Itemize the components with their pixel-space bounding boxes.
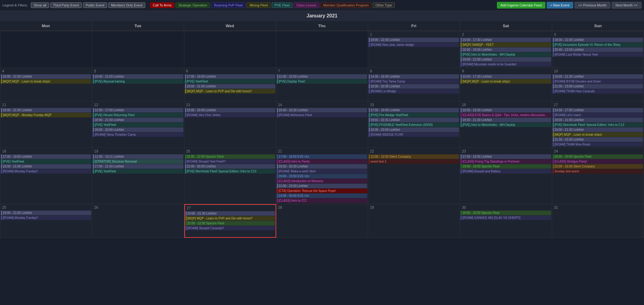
calendar-event[interactable]: 18:00 - 20:00 LinkNet — [93, 127, 183, 132]
calendar-event[interactable]: 19:00 - 21:00 LinkNet — [1, 74, 91, 79]
calendar-event[interactable]: 20:00 - 20:00 Spectre Fleet — [553, 154, 643, 159]
calendar-event[interactable]: [CLASS] Introduction to Missions — [277, 179, 367, 183]
calendar-event[interactable]: [MQP] MQP - Learn to PVP and Die with ho… — [186, 216, 275, 221]
calendar-event[interactable]: [CLASS] Fixing Trig Standings in Pochven — [461, 159, 551, 164]
calendar-event[interactable]: [ROAM] La Wedge — [369, 89, 459, 94]
calendar-event[interactable]: [ROAM] New year, same wedge — [369, 42, 459, 47]
calendar-event[interactable]: 17:00 - 19:00 LinkNet — [1, 154, 91, 159]
calendar-event[interactable]: Sunday test event — [553, 169, 643, 174]
filter-strategic[interactable]: Strategic Operation — [175, 2, 210, 8]
day-cell-18[interactable]: 1817:00 - 19:00 LinkNet[PVE] YeetFleet19… — [0, 148, 92, 204]
calendar-event[interactable]: [ROAM] Mountain needs to be Guarded — [461, 62, 551, 67]
calendar-event[interactable]: [PVE] YeetFleet — [1, 159, 91, 164]
calendar-event[interactable]: [PVE] Wormhole Fleet! Special Edition: I… — [553, 123, 643, 127]
calendar-event[interactable]: 22:00 - 16:00 Silent Company — [553, 164, 643, 169]
calendar-event[interactable]: [PVE] Pre-Wedge YeetFleet — [369, 113, 459, 117]
filter-show-all[interactable]: Show all — [31, 2, 49, 8]
filter-members-only[interactable]: Members Only Event — [108, 2, 145, 8]
calendar-event[interactable]: [MQP] MQP - Learn to PVP and Die with ho… — [185, 89, 275, 94]
calendar-event[interactable]: 15:00 - 17:30 LinkNet — [461, 74, 551, 79]
day-cell-11[interactable]: 1119:00 - 21:00 LinkNet[MQP] MQP - Monda… — [0, 101, 92, 148]
day-cell-10[interactable]: 1019:00 - 21:30 LinkNet[ROAM] BYOB Dessi… — [552, 68, 644, 101]
calendar-event[interactable]: 20:00 - 20:00 Spectre Fleet — [461, 211, 551, 215]
filter-class[interactable]: Class Lesson — [294, 2, 319, 8]
day-cell-31[interactable]: 31 — [552, 204, 644, 238]
calendar-event[interactable]: 19:00 - 21:00 LinkNet — [1, 108, 91, 112]
calendar-event[interactable]: [CTA] Operation: Rescue the Space Pope! — [277, 189, 367, 193]
day-cell-6[interactable]: 617:00 - 19:00 LinkNet[PVE] YeetFleet19:… — [184, 68, 276, 101]
calendar-event[interactable]: [ROAM] Very Fine Vettes — [185, 113, 275, 117]
day-cell-9[interactable]: 915:00 - 17:30 LinkNet[MQP] MQP - Learn … — [460, 68, 552, 101]
day-cell-28[interactable]: 28 — [276, 204, 368, 238]
filter-other[interactable]: Other Type — [373, 2, 395, 8]
day-cell-3[interactable]: 318:00 - 21:00 LinkNet[PVE] Incursions E… — [552, 31, 644, 68]
calendar-event[interactable]: [ROAM] Stoopid Yeet Fleet!!! — [185, 159, 275, 164]
calendar-event[interactable]: 21:00 - 23:00 LinkNet — [277, 74, 367, 79]
calendar-event[interactable]: 19:00 - 19:00 LinkNet — [185, 108, 275, 112]
filter-mqp[interactable]: Member Qualification Program — [320, 2, 371, 8]
calendar-event[interactable]: 19:00 - 19:00 Spectre Fleet — [461, 164, 551, 169]
day-cell-empty[interactable] — [0, 31, 92, 68]
calendar-event[interactable]: [PVE] Daytrip Time! — [277, 79, 367, 84]
calendar-event[interactable]: [ROAM] Monday Funday!! — [1, 169, 91, 174]
day-cell-23[interactable]: 2317:30 - 18:30 LinkNet[CLASS] Fixing Tr… — [460, 148, 552, 204]
ingame-calendar-btn[interactable]: Add Ingame Calendar Feed — [497, 2, 545, 9]
day-cell-19[interactable]: 1911:00 - 13:11 LinkNet[STRATOR] Structu… — [92, 148, 184, 204]
day-cell-16[interactable]: 1610:30 - 19:30 LinkNet[CLASS] EVE Basic… — [460, 101, 552, 148]
calendar-event[interactable]: 17:00 - 19:00 LinkNet — [369, 108, 459, 112]
calendar-event[interactable]: 19:00 - 21:00 LinkNet — [553, 118, 643, 122]
calendar-event[interactable]: [ROAM] WEDGE FLYAT — [369, 132, 459, 137]
calendar-event[interactable]: [ROAM] GANKED 482 [SLAV VS GHERTI] — [461, 215, 551, 220]
day-cell-15[interactable]: 1517:00 - 19:00 LinkNet[PVE] Pre-Wedge Y… — [368, 101, 460, 148]
calendar-event[interactable]: [ROAM] Tiny Tama Camp — [369, 79, 459, 84]
calendar-event[interactable]: 19:30 - 21:30 LinkNet — [553, 127, 643, 132]
calendar-event[interactable]: [MQP] MQP - Learn to break ships! — [461, 79, 551, 84]
calendar-event[interactable]: [ROAM] AdVenture Fleet — [277, 113, 367, 117]
filter-public[interactable]: Public Event — [83, 2, 107, 8]
calendar-event[interactable]: [PVE] Intro to Wormholes - WH Daytrip — [461, 123, 551, 127]
calendar-event[interactable]: [PVE] POSSIBLE YeetFleet Extension (50/5… — [369, 123, 459, 127]
calendar-event[interactable]: 17:00 - 19:00 LinkNet — [185, 74, 275, 79]
day-cell-2[interactable]: 215:00 - 17:30 LinkNet[MQP] SAMQP - YEET… — [460, 31, 552, 68]
calendar-event[interactable]: [MQP] MQP - Monday Funday MQP — [1, 113, 91, 117]
calendar-event[interactable]: [ROAM] TKAM Moa Roam — [553, 142, 643, 147]
calendar-event[interactable]: 19:30 - 21:30 LinkNet — [461, 118, 551, 122]
calendar-event[interactable]: [ROAM] Assault and Battery — [461, 169, 551, 174]
day-cell-5[interactable]: 519:00 - 21:00 LinkNet[PVE] Abyssal trai… — [92, 68, 184, 101]
calendar-event[interactable]: [PVE] Intro to Wormholes - WH Daytrip — [461, 52, 551, 57]
day-cell-24[interactable]: 2420:00 - 20:00 Spectre Fleet[CLASS] Sho… — [552, 148, 644, 204]
day-cell-30[interactable]: 3020:00 - 20:00 Spectre Fleet[ROAM] GANK… — [460, 204, 552, 238]
calendar-event[interactable]: 14:30 - 17:00 LinkNet — [553, 108, 643, 112]
calendar-event[interactable]: 12:00 - 17:00 LinkNet — [93, 108, 183, 112]
filter-call-to-arms[interactable]: Call To Arms — [150, 2, 175, 8]
day-cell-22[interactable]: 2212:00 - 12:00 Silent Companyevent test… — [368, 148, 460, 204]
day-cell-25[interactable]: 2519:00 - 21:00 LinkNet[ROAM] Monday Fun… — [0, 204, 92, 238]
calendar-event[interactable]: event test 2 — [369, 159, 459, 164]
calendar-event[interactable]: [ROAM] Last Winter Nexus Yeet — [553, 52, 643, 57]
calendar-event[interactable]: 18:30 - 20:30 LinkNet — [277, 164, 367, 169]
filter-third-party[interactable]: Third Party Event — [50, 2, 82, 8]
calendar-event[interactable]: [PVE] Hinzee Returning Fleet — [93, 113, 183, 117]
calendar-event[interactable]: 18:00 - 21:00 LinkNet — [553, 38, 643, 42]
day-cell-4[interactable]: 419:00 - 21:00 LinkNet[MQP] MQP - Learn … — [0, 68, 92, 101]
calendar-event[interactable]: 19:00 - 21:00 LinkNet — [1, 211, 91, 215]
calendar-event[interactable]: 19:00 - 21:00 LinkNet — [185, 84, 275, 89]
day-cell-1[interactable]: 119:00 - 22:59 LinkNet[ROAM] New year, s… — [368, 31, 460, 68]
calendar-event[interactable]: [ROAM] Monday Funday!! — [1, 215, 91, 220]
calendar-event[interactable]: 14:30 - 16:00 LinkNet — [369, 74, 459, 79]
calendar-event[interactable]: [CLASS] EVE Basics & Q&A - Tips, tricks,… — [461, 113, 551, 117]
day-cell-8[interactable]: 814:30 - 16:00 LinkNet[ROAM] Tiny Tama C… — [368, 68, 460, 101]
calendar-event[interactable]: [CLASS] Intro to Fleets — [277, 159, 367, 164]
calendar-event[interactable]: 19:30 - 23:59 LinkNet — [369, 127, 459, 132]
calendar-event[interactable]: 22:00 - 22:00 Spectre Fleet — [186, 221, 275, 226]
calendar-event[interactable]: 21:00 - 23:00 LinkNet — [277, 184, 367, 188]
calendar-event[interactable]: [MQP] MQP - Learn to break ships! — [1, 79, 91, 84]
calendar-event[interactable]: 19:00 - 21:00 LinkNet — [93, 74, 183, 79]
day-cell-29[interactable]: 29 — [368, 204, 460, 238]
calendar-event[interactable]: [ROAM] Stoopid Caracals!! — [186, 226, 275, 230]
calendar-event[interactable]: [ROAM] TKAM Ham Caracals — [553, 89, 643, 94]
calendar-event[interactable]: [ROAM] Let's roam! — [553, 113, 643, 117]
calendar-event[interactable]: [PVE] YeetFleet — [93, 169, 183, 174]
calendar-event[interactable]: [MQP] MQP - Learn to break ships! — [553, 132, 643, 137]
calendar-event[interactable]: 15:00 - 17:30 LinkNet — [461, 38, 551, 42]
